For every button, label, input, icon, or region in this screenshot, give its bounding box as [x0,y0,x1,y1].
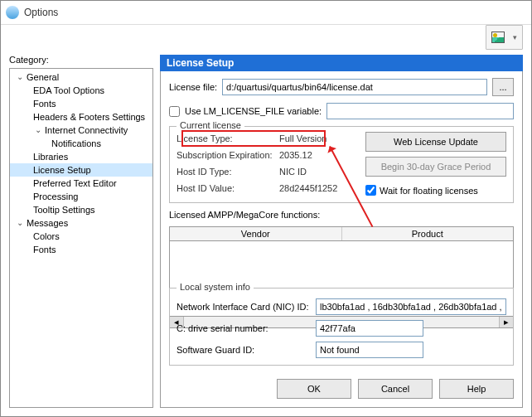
tree-node-notifications[interactable]: Notifications [10,137,152,150]
host-id-type-label: Host ID Type: [177,167,276,177]
tree-label: Headers & Footers Settings [33,110,145,124]
tree-node-fonts[interactable]: Fonts [10,97,152,110]
tree-node-msg-fonts[interactable]: Fonts [10,243,152,256]
tree-node-messages[interactable]: ⌄Messages [10,216,152,230]
ampp-table-header: Vendor Product [169,226,514,240]
browse-button[interactable]: ... [492,78,514,96]
category-label: Category: [9,55,153,65]
image-icon [491,32,505,43]
local-system-legend: Local system info [177,282,254,292]
tree-label: Colors [33,230,60,243]
tree-label: Internet Connectivity [45,124,128,137]
tree-label: Processing [33,190,78,203]
window-title: Options [24,7,58,18]
tree-node-headers-footers[interactable]: Headers & Footers Settings [10,110,152,124]
toolbar: ▾ [1,25,531,50]
tree-node-tooltip[interactable]: Tooltip Settings [10,203,152,216]
software-guard-label: Software Guard ID: [177,345,309,355]
sub-exp-value: 2035.12 [279,150,312,160]
nic-id-value[interactable] [316,298,506,315]
tree-node-internet[interactable]: ⌄Internet Connectivity [10,124,152,137]
license-type-label: License Type: [177,133,276,143]
panel-title: License Setup [160,55,523,71]
titlebar: Options [1,1,531,25]
collapse-icon[interactable]: ⌄ [15,70,25,84]
tree-node-libraries[interactable]: Libraries [10,150,152,163]
tree-node-processing[interactable]: Processing [10,190,152,203]
host-id-value-label: Host ID Value: [177,183,276,193]
c-serial-value[interactable] [316,320,423,337]
begin-grace-button: Begin 30-day Grace Period [365,157,506,177]
wait-floating-checkbox[interactable] [365,185,376,196]
collapse-icon[interactable]: ⌄ [33,124,43,137]
tree-label: Notifications [51,137,101,150]
use-env-checkbox[interactable] [169,106,180,117]
chevron-down-icon: ▾ [513,33,517,41]
ampp-label: Licensed AMPP/MegaCore functions: [169,210,320,220]
tree-label: Preferred Text Editor [33,177,117,190]
tree-label: Fonts [33,97,56,110]
license-file-input[interactable] [222,79,487,95]
tree-label: Fonts [33,243,56,256]
category-tree[interactable]: ⌄General EDA Tool Options Fonts Headers … [9,68,153,408]
tree-node-general[interactable]: ⌄General [10,70,152,84]
tree-label: Libraries [33,150,68,163]
license-file-label: License file: [169,82,217,92]
tree-label: EDA Tool Options [33,84,104,97]
tree-node-eda[interactable]: EDA Tool Options [10,84,152,97]
sub-exp-label: Subscription Expiration: [177,150,276,160]
current-license-legend: Current license [177,120,244,130]
dialog-footer: OK Cancel Help [169,379,514,399]
wait-floating-label: Wait for floating licenses [380,186,478,196]
local-system-info-group: Local system info Network Interface Card… [169,288,514,366]
tree-node-license-setup[interactable]: License Setup [10,163,152,177]
use-env-label: Use LM_LICENSE_FILE variable: [185,106,322,116]
ok-button[interactable]: OK [277,379,351,399]
collapse-icon[interactable]: ⌄ [15,216,25,230]
tree-label: General [27,70,59,84]
tree-label: License Setup [33,163,91,177]
dots-label: ... [499,82,506,92]
app-icon [6,6,19,19]
view-mode-button[interactable]: ▾ [486,25,523,50]
cancel-button[interactable]: Cancel [358,379,433,399]
current-license-group: Current license License Type:Full Versio… [169,126,514,203]
software-guard-value[interactable] [316,342,423,358]
col-vendor[interactable]: Vendor [170,227,342,240]
tree-label: Tooltip Settings [33,203,95,216]
col-product[interactable]: Product [342,227,514,240]
help-button[interactable]: Help [439,379,514,399]
host-id-type-value: NIC ID [279,167,307,177]
tree-label: Messages [27,216,68,230]
tree-node-preferred-text-editor[interactable]: Preferred Text Editor [10,177,152,190]
c-serial-label: C: drive serial number: [177,323,309,333]
nic-id-label: Network Interface Card (NIC) ID: [177,302,309,312]
license-type-value: Full Version [279,133,326,143]
web-license-update-button[interactable]: Web License Update [365,132,506,152]
tree-node-msg-colors[interactable]: Colors [10,230,152,243]
use-env-input[interactable] [326,103,514,119]
host-id-value-value: 28d2445f1252 [279,183,337,193]
